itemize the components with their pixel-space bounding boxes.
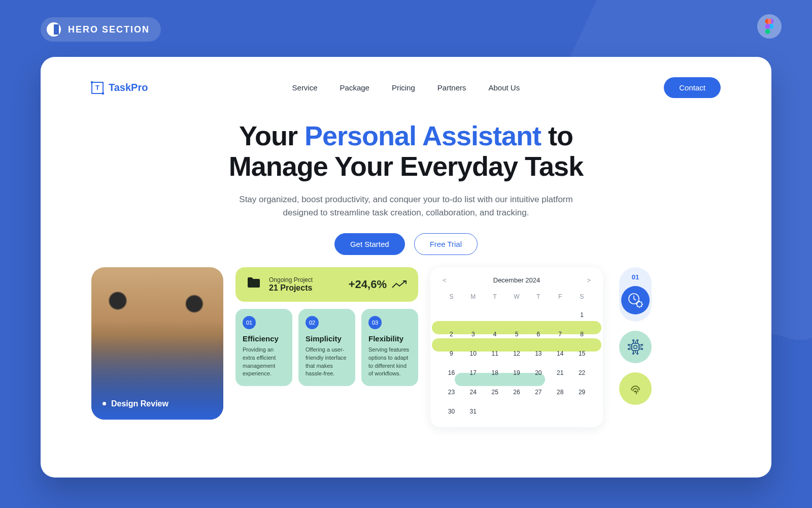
feature-title-2: Simplicity [306, 334, 348, 343]
calendar-day[interactable]: 21 [549, 365, 571, 380]
svg-point-17 [641, 344, 643, 345]
fingerprint-icon[interactable] [619, 372, 652, 405]
calendar-day[interactable]: 24 [462, 385, 484, 400]
calendar-day[interactable]: 28 [549, 385, 571, 400]
badge-label: HERO SECTION [68, 24, 150, 35]
feature-desc-2: Offering a user-friendly interface that … [306, 346, 348, 378]
calendar-empty [484, 307, 506, 323]
svg-rect-9 [632, 343, 639, 351]
calendar-day[interactable]: 10 [462, 346, 484, 361]
hero-section-badge: HERO SECTION [41, 17, 161, 42]
feature-num-3: 03 [368, 316, 382, 329]
calendar-day[interactable]: 20 [527, 365, 549, 380]
landing-card: T TaskPro Service Package Pricing Partne… [41, 57, 771, 478]
svg-point-11 [633, 339, 634, 341]
calendar-dow: F [549, 290, 571, 303]
nav-links: Service Package Pricing Partners About U… [292, 83, 520, 92]
calendar-day[interactable]: 19 [506, 365, 528, 380]
calendar-day[interactable]: 22 [571, 365, 593, 380]
design-review-card[interactable]: Design Review [91, 267, 223, 420]
calendar-day[interactable]: 25 [484, 385, 506, 400]
calendar-day[interactable]: 15 [571, 346, 593, 361]
calendar-day[interactable]: 29 [571, 385, 593, 400]
metric-small-label: Ongoing Project [269, 276, 313, 283]
calendar-day[interactable]: 12 [506, 346, 528, 361]
calendar-day[interactable]: 13 [527, 346, 549, 361]
nav-link-pricing[interactable]: Pricing [392, 83, 415, 92]
calendar-card: < December 2024 > SMTWTFS123456789101112… [430, 267, 603, 427]
calendar-day[interactable]: 9 [441, 346, 462, 361]
svg-point-13 [633, 353, 634, 354]
calendar-day[interactable]: 1 [571, 307, 593, 323]
calendar-day[interactable]: 17 [462, 365, 484, 380]
hero-subtitle: Stay organized, boost productivity, and … [233, 193, 579, 220]
svg-point-19 [635, 391, 636, 392]
badge-logo-icon [47, 22, 61, 37]
dashboard-row: Design Review Ongoing Project 21 Project… [41, 255, 771, 427]
ongoing-project-card: Ongoing Project 21 Projects +24,6% [235, 267, 418, 302]
top-nav: T TaskPro Service Package Pricing Partne… [41, 57, 771, 98]
hero-cta: Get Started Free Trial [41, 233, 771, 255]
calendar-day[interactable]: 23 [441, 385, 462, 400]
calendar-day[interactable]: 27 [527, 385, 549, 400]
icon-pill-num: 01 [619, 273, 652, 281]
svg-point-15 [628, 344, 630, 345]
nav-link-service[interactable]: Service [292, 83, 318, 92]
hero-title: Your Personal Assistant to Manage Your E… [41, 120, 771, 182]
get-started-button[interactable]: Get Started [334, 233, 405, 255]
calendar-day[interactable]: 2 [441, 327, 462, 342]
hero-title-line2: Manage Your Everyday Task [229, 151, 583, 181]
calendar-dow: S [571, 290, 593, 303]
icon-pill[interactable]: 01 [619, 267, 652, 322]
feature-title-3: Flexibility [368, 334, 411, 343]
metric-delta: +24,6% [349, 278, 407, 291]
feature-flexibility: 03 Flexibility Serving features options … [361, 309, 418, 387]
svg-rect-10 [634, 345, 637, 348]
hero-text: Your Personal Assistant to Manage Your E… [41, 120, 771, 255]
brand-mark-icon: T [91, 82, 104, 94]
calendar-day[interactable]: 7 [549, 327, 571, 342]
nav-link-package[interactable]: Package [340, 83, 369, 92]
chip-icon[interactable] [619, 331, 652, 363]
svg-rect-5 [768, 19, 771, 24]
feature-desc-3: Serving features options to adapt to dif… [368, 346, 411, 378]
feature-desc-1: Providing an extra efficient management … [243, 346, 285, 378]
nav-link-partners[interactable]: Partners [437, 83, 466, 92]
svg-point-16 [628, 348, 630, 350]
feature-num-2: 02 [306, 316, 319, 329]
folder-icon [247, 276, 261, 292]
metric-delta-value: +24,6% [349, 278, 387, 291]
svg-point-4 [765, 29, 770, 34]
calendar-header: < December 2024 > [441, 276, 593, 284]
clock-gear-icon [621, 286, 650, 314]
hero-title-pre: Your [239, 120, 304, 151]
calendar-dow: M [462, 290, 484, 303]
calendar-day[interactable]: 14 [549, 346, 571, 361]
calendar-month: December 2024 [493, 276, 540, 284]
calendar-day[interactable]: 5 [506, 327, 528, 342]
calendar-prev[interactable]: < [441, 276, 449, 284]
figma-icon [764, 19, 775, 34]
contact-button[interactable]: Contact [664, 77, 721, 98]
svg-point-14 [637, 353, 638, 354]
calendar-day[interactable]: 31 [462, 404, 484, 419]
calendar-next[interactable]: > [585, 276, 593, 284]
feature-title-1: Efficiency [243, 334, 285, 343]
calendar-grid: SMTWTFS123456789101112131415161718192021… [441, 290, 593, 419]
calendar-day[interactable]: 3 [462, 327, 484, 342]
calendar-day[interactable]: 26 [506, 385, 528, 400]
nav-link-about[interactable]: About Us [489, 83, 520, 92]
calendar-day[interactable]: 8 [571, 327, 593, 342]
calendar-day[interactable]: 4 [484, 327, 506, 342]
calendar-day[interactable]: 18 [484, 365, 506, 380]
feature-num-1: 01 [243, 316, 256, 329]
icon-column: 01 [615, 267, 656, 405]
calendar-day[interactable]: 16 [441, 365, 462, 380]
brand[interactable]: T TaskPro [91, 82, 148, 94]
calendar-day[interactable]: 30 [441, 404, 462, 419]
hero-title-accent: Personal Assistant [304, 120, 541, 151]
free-trial-button[interactable]: Free Trial [414, 233, 478, 255]
calendar-day[interactable]: 11 [484, 346, 506, 361]
calendar-day[interactable]: 6 [527, 327, 549, 342]
brand-name: TaskPro [109, 82, 148, 93]
